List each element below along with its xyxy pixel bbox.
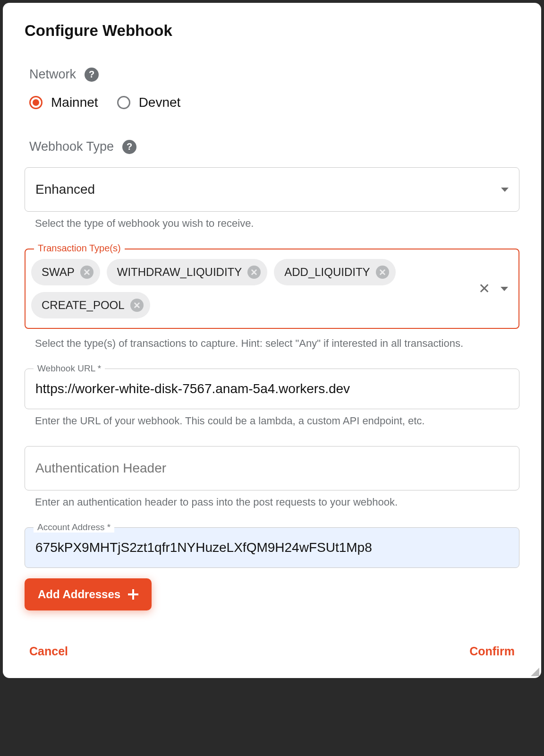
account-address-label: Account Address *	[34, 522, 114, 533]
network-radio-mainnet[interactable]: Mainnet	[29, 95, 98, 110]
remove-chip-icon[interactable]: ✕	[80, 266, 94, 279]
radio-unselected-icon	[117, 96, 130, 109]
webhook-type-label-row: Webhook Type ?	[29, 139, 519, 154]
transaction-types-field[interactable]: Transaction Type(s) SWAP ✕ WITHDRAW_LIQU…	[25, 249, 519, 329]
dialog-footer: Cancel Confirm	[25, 644, 519, 658]
resize-handle-icon[interactable]	[531, 668, 539, 676]
network-label-row: Network ?	[29, 67, 519, 82]
cancel-button[interactable]: Cancel	[29, 644, 68, 658]
add-addresses-button[interactable]: Add Addresses	[25, 578, 152, 610]
chip-label: CREATE_POOL	[42, 299, 125, 312]
chip-add-liquidity: ADD_LIQUIDITY ✕	[274, 259, 395, 285]
radio-label: Mainnet	[51, 95, 98, 110]
remove-chip-icon[interactable]: ✕	[247, 266, 261, 279]
help-icon[interactable]: ?	[85, 68, 99, 82]
chevron-down-icon[interactable]	[501, 287, 508, 291]
network-label: Network	[29, 67, 76, 82]
webhook-type-value: Enhanced	[35, 182, 95, 197]
help-icon[interactable]: ?	[122, 140, 136, 154]
remove-chip-icon[interactable]: ✕	[130, 299, 144, 312]
auth-header-input[interactable]	[35, 461, 509, 476]
chip-label: ADD_LIQUIDITY	[284, 266, 370, 279]
webhook-url-input[interactable]	[35, 381, 509, 396]
webhook-type-label: Webhook Type	[29, 139, 114, 154]
webhook-type-helper: Select the type of webhook you wish to r…	[35, 217, 519, 230]
chip-create-pool: CREATE_POOL ✕	[31, 292, 150, 318]
webhook-url-label: Webhook URL *	[34, 363, 105, 374]
confirm-button[interactable]: Confirm	[469, 644, 515, 658]
radio-label: Devnet	[139, 95, 181, 110]
chip-label: SWAP	[42, 266, 75, 279]
chip-label: WITHDRAW_LIQUIDITY	[117, 266, 242, 279]
transaction-types-controls: ✕	[478, 282, 508, 296]
chevron-down-icon	[501, 188, 509, 192]
transaction-types-chips: SWAP ✕ WITHDRAW_LIQUIDITY ✕ ADD_LIQUIDIT…	[31, 259, 467, 318]
plus-icon	[128, 589, 138, 600]
transaction-types-helper: Select the type(s) of transactions to ca…	[35, 337, 519, 350]
radio-selected-icon	[29, 96, 42, 109]
webhook-url-helper: Enter the URL of your webhook. This coul…	[35, 415, 519, 427]
webhook-url-field[interactable]: Webhook URL *	[25, 369, 519, 409]
configure-webhook-dialog: Configure Webhook Network ? Mainnet Devn…	[3, 3, 541, 678]
add-addresses-label: Add Addresses	[38, 588, 120, 601]
clear-all-icon[interactable]: ✕	[478, 282, 490, 296]
chip-withdraw-liquidity: WITHDRAW_LIQUIDITY ✕	[107, 259, 267, 285]
account-address-field[interactable]: Account Address *	[25, 527, 519, 568]
webhook-type-select[interactable]: Enhanced	[25, 167, 519, 212]
auth-header-field[interactable]	[25, 446, 519, 490]
auth-header-helper: Enter an authentication header to pass i…	[35, 496, 519, 508]
account-address-input[interactable]	[35, 540, 509, 555]
network-radio-devnet[interactable]: Devnet	[117, 95, 181, 110]
network-radio-group: Mainnet Devnet	[29, 95, 519, 110]
chip-swap: SWAP ✕	[31, 259, 100, 285]
remove-chip-icon[interactable]: ✕	[376, 266, 389, 279]
transaction-types-legend: Transaction Type(s)	[34, 243, 125, 254]
dialog-title: Configure Webhook	[25, 22, 519, 40]
